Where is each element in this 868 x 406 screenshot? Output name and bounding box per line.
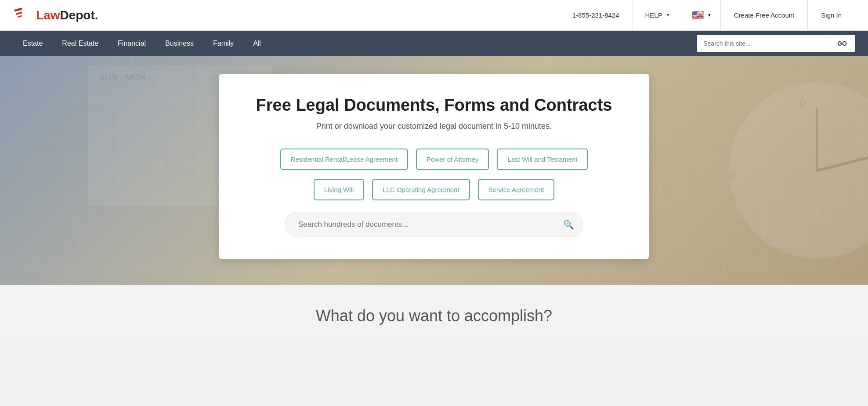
llc-operating-button[interactable]: LLC Operating Agreement xyxy=(372,179,470,200)
help-label: HELP xyxy=(645,11,662,19)
nav-items: Estate Real Estate Financial Business Fa… xyxy=(13,31,697,56)
nav-item-financial[interactable]: Financial xyxy=(108,31,156,56)
nav-search-input[interactable] xyxy=(697,35,829,52)
top-right-nav: 1-855-231-8424 HELP ▾ 🇺🇸 ▾ Create Free A… xyxy=(559,0,855,31)
sign-in-button[interactable]: Sign In xyxy=(808,0,855,31)
living-will-button[interactable]: Living Will xyxy=(314,179,365,200)
nav-item-family[interactable]: Family xyxy=(203,31,243,56)
phone-number: 1-855-231-8424 xyxy=(559,0,633,31)
hero-content: Free Legal Documents, Forms and Contract… xyxy=(0,56,868,277)
bottom-title: What do you want to accomplish? xyxy=(9,307,859,325)
svg-rect-0 xyxy=(14,7,22,11)
hero-search-icon: 🔍 xyxy=(563,219,574,230)
create-account-button[interactable]: Create Free Account xyxy=(721,0,808,31)
nav-item-business[interactable]: Business xyxy=(156,31,203,56)
svg-rect-1 xyxy=(16,11,22,14)
bottom-section: What do you want to accomplish? xyxy=(0,285,868,338)
hero-search-input[interactable] xyxy=(294,214,563,235)
top-bar: LawDepot. 1-855-231-8424 HELP ▾ 🇺🇸 ▾ Cre… xyxy=(0,0,868,31)
logo-icon xyxy=(13,6,32,25)
language-selector[interactable]: 🇺🇸 ▾ xyxy=(682,0,721,31)
nav-search: GO xyxy=(697,35,855,52)
service-agreement-button[interactable]: Service Agreement xyxy=(478,179,555,200)
power-of-attorney-button[interactable]: Power of Attorney xyxy=(416,149,489,170)
nav-search-go-button[interactable]: GO xyxy=(829,35,855,52)
doc-buttons-row2: Living Will LLC Operating Agreement Serv… xyxy=(245,179,623,200)
main-nav: Estate Real Estate Financial Business Fa… xyxy=(0,31,868,56)
svg-rect-2 xyxy=(18,15,22,17)
doc-buttons-row1: Residential Rental/Lease Agreement Power… xyxy=(245,149,623,170)
hero-search-bar: 🔍 xyxy=(285,212,583,237)
hero-section: SUN MON 5 4 8 9 Free Legal Documents, Fo… xyxy=(0,56,868,285)
last-will-button[interactable]: Last Will and Testament xyxy=(497,149,588,170)
hero-card: Free Legal Documents, Forms and Contract… xyxy=(219,74,649,259)
hero-subtitle: Print or download your customized legal … xyxy=(245,122,623,131)
logo-text: LawDepot. xyxy=(36,8,98,22)
flag-chevron-icon: ▾ xyxy=(708,12,711,18)
help-menu[interactable]: HELP ▾ xyxy=(633,0,682,31)
rental-lease-button[interactable]: Residential Rental/Lease Agreement xyxy=(280,149,409,170)
help-chevron-icon: ▾ xyxy=(667,12,669,18)
nav-item-all[interactable]: All xyxy=(243,31,271,56)
hero-title: Free Legal Documents, Forms and Contract… xyxy=(245,96,623,115)
logo[interactable]: LawDepot. xyxy=(13,6,98,25)
us-flag-icon: 🇺🇸 xyxy=(692,10,704,21)
nav-item-estate[interactable]: Estate xyxy=(13,31,52,56)
nav-item-real-estate[interactable]: Real Estate xyxy=(52,31,108,56)
